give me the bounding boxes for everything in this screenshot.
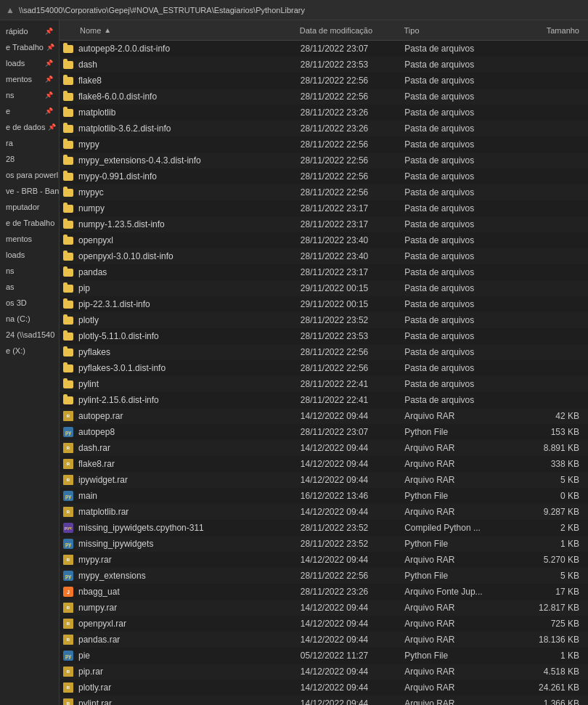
table-row[interactable]: Rnumpy.rar14/12/2022 09:44Arquivo RAR12.… <box>60 600 588 616</box>
table-row[interactable]: matplotlib-3.6.2.dist-info28/11/2022 23:… <box>60 121 588 136</box>
back-arrow-icon[interactable]: ▲ <box>6 5 15 15</box>
file-name: numpy.rar <box>78 603 301 613</box>
table-row[interactable]: Rmatplotlib.rar14/12/2022 09:44Arquivo R… <box>60 504 588 520</box>
sidebar-item[interactable]: na (C:) <box>0 311 59 327</box>
sidebar-item[interactable]: e de Trabalho <box>0 215 59 231</box>
table-row[interactable]: Rmypy.rar14/12/2022 09:44Arquivo RAR5.27… <box>60 552 588 568</box>
sidebar-item[interactable]: e de dados📌 <box>0 119 59 135</box>
table-row[interactable]: numpy28/11/2022 23:17Pasta de arquivos <box>60 200 588 216</box>
table-row[interactable]: mypy_extensions-0.4.3.dist-info28/11/202… <box>60 152 588 168</box>
file-date: 28/11/2022 23:53 <box>301 60 404 70</box>
table-row[interactable]: Rflake8.rar14/12/2022 09:44Arquivo RAR33… <box>60 456 588 472</box>
table-row[interactable]: plotly28/11/2022 23:52Pasta de arquivos <box>60 312 588 328</box>
sidebar-item[interactable]: ns <box>0 263 59 279</box>
sidebar-item[interactable]: e (X:) <box>0 343 59 359</box>
table-row[interactable]: pylint28/11/2022 22:41Pasta de arquivos <box>60 376 588 392</box>
table-row[interactable]: pypie05/12/2022 11:27Python File1 KB <box>60 648 588 664</box>
sidebar-item[interactable]: mentos <box>0 231 59 247</box>
table-row[interactable]: pycmissing_ipywidgets.cpython-31128/11/2… <box>60 520 588 536</box>
file-name: missing_ipywidgets.cpython-311 <box>78 523 301 533</box>
col-header-type[interactable]: Tipo <box>404 26 515 35</box>
table-row[interactable]: pymissing_ipywidgets28/11/2022 23:52Pyth… <box>60 536 588 552</box>
sidebar-item[interactable]: 28 <box>0 151 59 167</box>
file-type: Pasta de arquivos <box>404 347 515 357</box>
file-size: 12.817 KB <box>515 603 585 613</box>
col-header-date[interactable]: Data de modificação <box>300 26 404 35</box>
table-row[interactable]: mypy28/11/2022 22:56Pasta de arquivos <box>60 136 588 152</box>
table-row[interactable]: pymypy_extensions28/11/2022 22:56Python … <box>60 568 588 584</box>
file-date: 29/11/2022 00:15 <box>301 283 404 293</box>
table-row[interactable]: Jnbagg_uat28/11/2022 23:26Arquivo Fonte … <box>60 584 588 600</box>
table-row[interactable]: autopep8-2.0.0.dist-info28/11/2022 23:07… <box>60 41 588 57</box>
table-row[interactable]: mypyc28/11/2022 22:56Pasta de arquivos <box>60 184 588 200</box>
table-row[interactable]: Rpip.rar14/12/2022 09:44Arquivo RAR4.518… <box>60 664 588 680</box>
file-size: 5 KB <box>515 475 585 485</box>
sidebar-item[interactable]: ns📌 <box>0 87 59 103</box>
rar-icon: R <box>63 443 73 453</box>
sidebar-item[interactable]: rápido📌 <box>0 23 59 39</box>
table-row[interactable]: dash28/11/2022 23:53Pasta de arquivos <box>60 57 588 73</box>
python-icon: py <box>63 539 73 549</box>
file-size: 1 KB <box>515 651 585 661</box>
file-size: 0 KB <box>515 491 585 501</box>
table-row[interactable]: Rplotly.rar14/12/2022 09:44Arquivo RAR24… <box>60 680 588 696</box>
file-type: Arquivo RAR <box>404 507 515 517</box>
table-row[interactable]: matplotlib28/11/2022 23:26Pasta de arqui… <box>60 105 588 121</box>
table-row[interactable]: flake828/11/2022 22:56Pasta de arquivos <box>60 73 588 89</box>
table-row[interactable]: pandas28/11/2022 23:17Pasta de arquivos <box>60 264 588 280</box>
table-row[interactable]: Rpandas.rar14/12/2022 09:44Arquivo RAR18… <box>60 632 588 648</box>
table-row[interactable]: pylint-2.15.6.dist-info28/11/2022 22:41P… <box>60 392 588 408</box>
col-header-name[interactable]: Nome ▲ <box>62 26 300 35</box>
file-name: pyflakes <box>78 347 301 357</box>
table-row[interactable]: pyautopep828/11/2022 23:07Python File153… <box>60 424 588 440</box>
table-row[interactable]: pip-22.3.1.dist-info29/11/2022 00:15Past… <box>60 296 588 312</box>
sidebar-item[interactable]: mentos📌 <box>0 71 59 87</box>
file-name: pip-22.3.1.dist-info <box>78 299 301 309</box>
sidebar-item[interactable]: loads <box>0 247 59 263</box>
sidebar-item[interactable]: os 3D <box>0 295 59 311</box>
file-date: 28/11/2022 22:56 <box>301 139 404 150</box>
col-header-size[interactable]: Tamanho <box>515 26 585 35</box>
file-type: Pasta de arquivos <box>404 107 515 118</box>
file-type: Pasta de arquivos <box>404 44 515 54</box>
table-row[interactable]: pyflakes28/11/2022 22:56Pasta de arquivo… <box>60 344 588 360</box>
file-size: 42 KB <box>515 411 585 421</box>
file-name: main <box>78 491 301 501</box>
rar-icon: R <box>63 411 73 421</box>
table-row[interactable]: pyflakes-3.0.1.dist-info28/11/2022 22:56… <box>60 360 588 376</box>
file-type: Pasta de arquivos <box>404 203 515 213</box>
file-name: pandas <box>78 267 301 277</box>
table-row[interactable]: pip29/11/2022 00:15Pasta de arquivos <box>60 280 588 296</box>
sidebar-item[interactable]: e📌 <box>0 103 59 119</box>
sidebar-item[interactable]: 24 (\\sad1540 <box>0 327 59 343</box>
file-area: Nome ▲ Data de modificação Tipo Tamanho … <box>60 20 588 705</box>
table-row[interactable]: Ropenpyxl.rar14/12/2022 09:44Arquivo RAR… <box>60 616 588 632</box>
sidebar-item[interactable]: loads📌 <box>0 55 59 71</box>
rar-icon: R <box>63 507 73 517</box>
file-type: Pasta de arquivos <box>404 91 515 102</box>
table-row[interactable]: pymain16/12/2022 13:46Python File0 KB <box>60 488 588 504</box>
table-row[interactable]: flake8-6.0.0.dist-info28/11/2022 22:56Pa… <box>60 89 588 105</box>
table-row[interactable]: Ripywidget.rar14/12/2022 09:44Arquivo RA… <box>60 472 588 488</box>
file-size: 17 KB <box>515 587 585 597</box>
sidebar-item[interactable]: os para powerl <box>0 167 59 183</box>
sidebar-item[interactable]: as <box>0 279 59 295</box>
file-name: mypy <box>78 139 301 150</box>
sidebar-item[interactable]: e Trabalho📌 <box>0 39 59 55</box>
sidebar-item[interactable]: ra <box>0 135 59 151</box>
file-name: pip <box>78 283 301 293</box>
file-date: 14/12/2022 09:44 <box>301 619 404 629</box>
table-row[interactable]: openpyxl28/11/2022 23:40Pasta de arquivo… <box>60 232 588 248</box>
table-row[interactable]: Rautopep.rar14/12/2022 09:44Arquivo RAR4… <box>60 408 588 424</box>
table-row[interactable]: Rdash.rar14/12/2022 09:44Arquivo RAR8.89… <box>60 440 588 456</box>
table-row[interactable]: numpy-1.23.5.dist-info28/11/2022 23:17Pa… <box>60 216 588 232</box>
file-type: Pasta de arquivos <box>404 171 515 182</box>
sidebar-item[interactable]: ve - BRB - Ban <box>0 183 59 199</box>
pin-icon: 📌 <box>45 91 53 99</box>
table-row[interactable]: mypy-0.991.dist-info28/11/2022 22:56Past… <box>60 168 588 184</box>
table-row[interactable]: openpyxl-3.0.10.dist-info28/11/2022 23:4… <box>60 248 588 264</box>
table-row[interactable]: Rpylint.rar14/12/2022 09:44Arquivo RAR1.… <box>60 696 588 705</box>
file-date: 14/12/2022 09:44 <box>301 443 404 453</box>
sidebar-item[interactable]: mputador <box>0 199 59 215</box>
table-row[interactable]: plotly-5.11.0.dist-info28/11/2022 23:53P… <box>60 328 588 344</box>
